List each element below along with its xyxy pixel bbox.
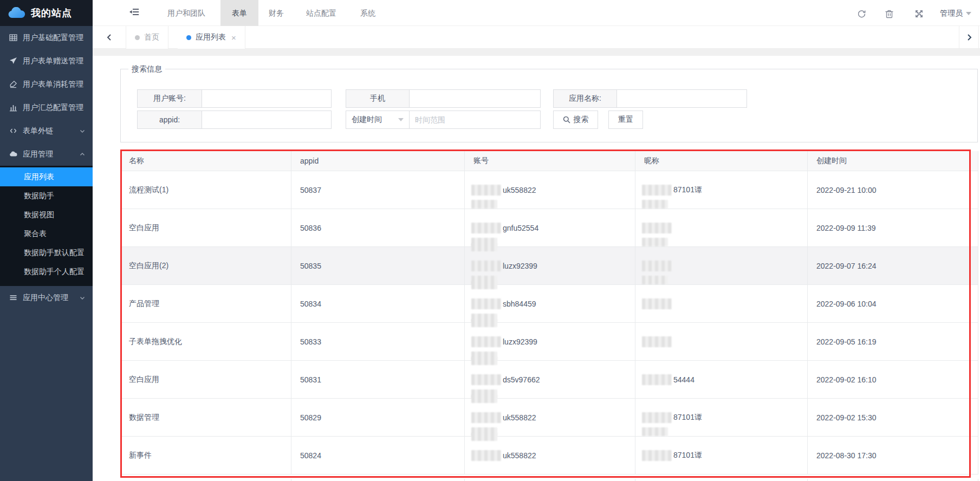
trash-icon[interactable] xyxy=(885,0,894,26)
cell-name: 新事件 xyxy=(120,437,291,474)
phone-input[interactable] xyxy=(409,89,541,108)
app-logo[interactable]: 我的站点 xyxy=(0,0,93,26)
sidebar-item-assistant-default-config[interactable]: 数据助手默认配置 xyxy=(0,243,93,262)
sidebar-item-user-base-config[interactable]: 用户基础配置管理 xyxy=(0,26,93,49)
reset-button[interactable]: 重置 xyxy=(608,110,643,129)
cell-name: 产品管理 xyxy=(120,285,291,323)
search-button[interactable]: 搜索 xyxy=(553,110,598,129)
table-row[interactable]: 新事件 50824 uk558822 87101谭 2022-08-30 17:… xyxy=(120,437,978,474)
cell-created: 2022-08-30 17:30 xyxy=(808,437,978,474)
reset-button-label: 重置 xyxy=(618,115,633,125)
redaction-blur xyxy=(471,336,501,347)
sidebar-item-form-consume[interactable]: 用户表单消耗管理 xyxy=(0,73,93,96)
redaction-blur xyxy=(642,450,672,461)
app-name-label: 应用名称: xyxy=(553,89,617,108)
main-content: 搜索信息 用户账号: 手机 应用名称: appid: 创建时间 搜索 重置 名称… xyxy=(93,56,980,481)
cell-account: sbh84459 xyxy=(465,285,635,323)
tab-scroll-right-icon[interactable] xyxy=(959,26,979,49)
caret-down-icon xyxy=(398,118,404,121)
content-gap-strip xyxy=(93,49,980,56)
menu-icon xyxy=(9,294,17,302)
nav-item-site-config[interactable]: 站点配置 xyxy=(306,0,336,26)
sidebar-item-user-summary[interactable]: 用户汇总配置管理 xyxy=(0,96,93,119)
sidebar-item-app-management[interactable]: 应用管理 xyxy=(0,142,93,166)
cell-created: 2022-09-05 16:19 xyxy=(808,323,978,361)
redaction-blur xyxy=(471,185,501,196)
table-row[interactable]: 空白应用 50831 ds5v97662 54444 2022-09-02 16… xyxy=(120,361,978,399)
cell-account: luzx92399 xyxy=(465,247,635,285)
site-name: 我的站点 xyxy=(31,6,72,20)
table-row[interactable]: 空白应用(2) 50835 luzx92399 2022-09-07 16:24 xyxy=(120,247,978,285)
nav-item-users-teams[interactable]: 用户和团队 xyxy=(167,0,205,26)
user-account-input[interactable] xyxy=(202,89,332,108)
redaction-blur xyxy=(642,412,672,423)
table-row[interactable]: 数据管理 50829 uk558822 87101谭 2022-09-02 15… xyxy=(120,399,978,437)
link-icon xyxy=(9,127,17,135)
cell-nickname: 87101谭 xyxy=(635,437,808,474)
sidebar-item-app-list[interactable]: 应用列表 xyxy=(0,167,93,186)
cell-created: 2022-09-02 16:10 xyxy=(808,361,978,399)
admin-label: 管理员 xyxy=(940,9,963,17)
tab-app-list[interactable]: 应用列表 × xyxy=(178,26,245,49)
table-row[interactable]: 产品管理 50834 sbh84459 2022-09-06 10:04 xyxy=(120,285,978,323)
redaction-blur xyxy=(471,223,501,233)
appid-input[interactable] xyxy=(202,110,332,129)
app-management-submenu: 应用列表 数据助手 数据视图 聚合表 数据助手默认配置 数据助手个人配置 xyxy=(0,166,93,286)
redaction-blur xyxy=(471,433,497,441)
redaction-blur xyxy=(642,276,668,284)
sidebar-item-label: 用户基础配置管理 xyxy=(23,33,83,43)
search-panel: 搜索信息 用户账号: 手机 应用名称: appid: 创建时间 搜索 重置 xyxy=(120,69,978,142)
table-row[interactable]: 空白应用 50836 gnfu52554 2022-09-09 11:39 xyxy=(120,209,978,247)
admin-user-menu[interactable]: 管理员 xyxy=(940,0,971,26)
cell-created: 2022-09-09 11:39 xyxy=(808,209,978,247)
redaction-blur xyxy=(471,450,501,461)
top-header: 用户和团队 表单 财务 站点配置 系统 管理员 xyxy=(93,0,980,26)
user-account-label: 用户账号: xyxy=(137,89,202,108)
cell-nickname xyxy=(635,323,808,361)
sidebar-item-label: 用户表单消耗管理 xyxy=(23,80,83,89)
app-name-input[interactable] xyxy=(616,89,747,108)
chevron-up-icon xyxy=(80,150,85,159)
cell-nickname: 87101谭 xyxy=(635,171,808,209)
cell-appid: 50833 xyxy=(291,323,465,361)
sidebar-item-form-gift[interactable]: 用户表单赠送管理 xyxy=(0,49,93,73)
cell-appid: 50829 xyxy=(291,399,465,437)
fullscreen-icon[interactable] xyxy=(914,0,924,26)
tab-home[interactable]: 首页 xyxy=(126,26,168,49)
cell-account: uk558822 xyxy=(465,399,635,437)
tab-scroll-left-icon[interactable] xyxy=(93,26,126,49)
tab-dot-icon xyxy=(186,35,191,40)
redaction-blur xyxy=(471,412,501,423)
cell-created: 2022-09-06 10:04 xyxy=(808,285,978,323)
table-row[interactable]: 流程测试(1) 50837 uk558822 87101谭 2022-09-21… xyxy=(120,171,978,209)
table-row[interactable]: 子表单拖拽优化 50833 luzx92399 2022-09-05 16:19 xyxy=(120,323,978,361)
refresh-icon[interactable] xyxy=(857,0,866,26)
close-icon[interactable]: × xyxy=(231,33,236,42)
sidebar-item-form-links[interactable]: 表单外链 xyxy=(0,119,93,142)
redaction-blur xyxy=(642,185,672,196)
sidebar-item-label: 用户表单赠送管理 xyxy=(23,56,83,66)
send-icon xyxy=(9,57,17,65)
sidebar-item-label: 表单外链 xyxy=(23,126,53,136)
time-range-input[interactable] xyxy=(409,110,541,129)
chevron-down-icon xyxy=(80,294,85,302)
nav-item-finance[interactable]: 财务 xyxy=(269,0,284,26)
sidebar-item-data-view[interactable]: 数据视图 xyxy=(0,205,93,224)
nav-item-forms[interactable]: 表单 xyxy=(220,0,258,26)
sidebar-item-assistant-personal-config[interactable]: 数据助手个人配置 xyxy=(0,262,93,281)
cell-nickname xyxy=(635,209,808,247)
search-button-label: 搜索 xyxy=(574,115,589,125)
nav-item-system[interactable]: 系统 xyxy=(360,0,375,26)
eraser-icon xyxy=(9,80,17,88)
time-type-select[interactable]: 创建时间 xyxy=(346,110,410,129)
sidebar-item-app-center[interactable]: 应用中心管理 xyxy=(0,286,93,309)
redaction-blur xyxy=(471,298,501,309)
table-row-partial xyxy=(120,479,978,481)
sidebar-item-data-assistant[interactable]: 数据助手 xyxy=(0,186,93,205)
redaction-blur xyxy=(471,281,497,289)
sidebar-item-aggregate-table[interactable]: 聚合表 xyxy=(0,224,93,243)
redaction-blur xyxy=(642,298,672,309)
sidebar-collapse-icon[interactable] xyxy=(127,0,141,26)
tab-label: 应用列表 xyxy=(196,32,226,42)
redaction-blur xyxy=(642,336,672,347)
